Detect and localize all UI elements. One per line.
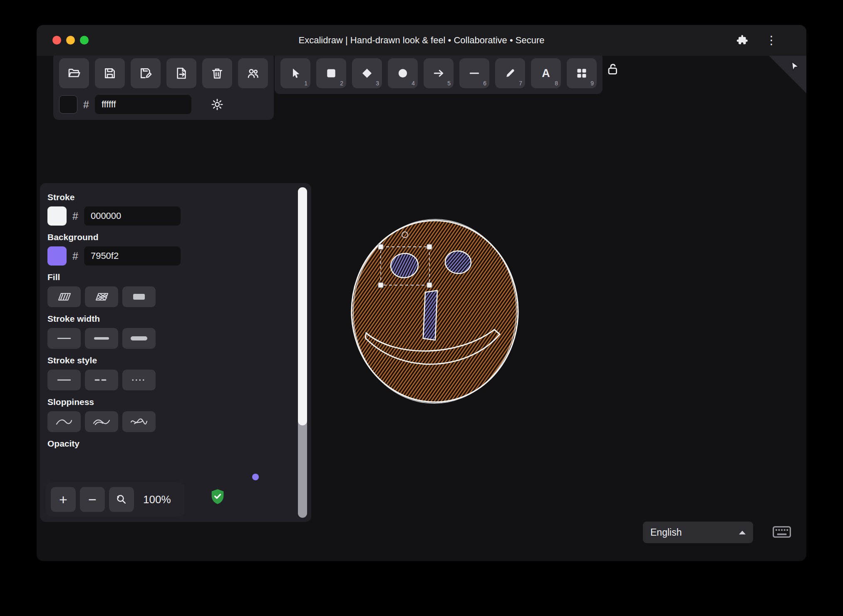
caret-up-icon <box>739 531 746 534</box>
stroke-style-label: Stroke style <box>47 355 304 365</box>
extra-bold-line-icon <box>131 335 147 342</box>
export-icon <box>175 67 188 80</box>
tool-selection[interactable]: 1 <box>280 58 310 88</box>
selection-handle <box>427 244 432 249</box>
sun-icon <box>211 98 224 111</box>
fill-solid-button[interactable] <box>122 286 156 307</box>
dashed-stroke-icon <box>93 377 110 383</box>
open-file-button[interactable] <box>59 58 89 88</box>
stroke-width-extra-bold-button[interactable] <box>122 328 156 349</box>
keyboard-shortcuts-button[interactable] <box>770 524 794 541</box>
clear-canvas-button[interactable] <box>202 58 232 88</box>
stroke-style-dotted-button[interactable] <box>122 370 156 390</box>
app-window: Excalidraw | Hand-drawn look & feel • Co… <box>37 25 806 561</box>
zoom-reset-icon <box>115 493 128 506</box>
canvas-corner-fold <box>769 56 806 93</box>
sloppiness-label: Sloppiness <box>47 397 304 407</box>
tool-ellipse[interactable]: 4 <box>388 58 418 88</box>
tool-arrow[interactable]: 5 <box>424 58 454 88</box>
fullscreen-button[interactable] <box>80 36 89 45</box>
unlock-icon <box>606 62 620 76</box>
canvas-background-swatch[interactable] <box>59 95 77 114</box>
tool-shortcut: 3 <box>376 80 379 87</box>
panel-scrollbar[interactable] <box>298 187 307 518</box>
folder-open-icon <box>67 67 81 80</box>
canvas-background-input[interactable] <box>95 95 191 114</box>
fill-label: Fill <box>47 272 304 282</box>
tool-text[interactable]: A 8 <box>531 58 561 88</box>
scrollbar-thumb[interactable] <box>298 187 307 425</box>
language-select[interactable]: English <box>643 522 753 543</box>
save-file-button[interactable] <box>95 58 125 88</box>
file-toolbar: # <box>53 52 274 120</box>
hachure-icon <box>55 291 74 303</box>
users-icon <box>246 67 260 80</box>
tool-shortcut: 8 <box>555 80 558 87</box>
encryption-shield-button[interactable] <box>206 487 229 507</box>
language-selected-value: English <box>643 527 739 538</box>
zoom-controls: + − 100% <box>46 482 184 517</box>
tool-shortcut: 7 <box>519 80 522 87</box>
fill-cross-hatch-button[interactable] <box>85 286 118 307</box>
artist-squiggle-icon <box>92 416 111 427</box>
stroke-style-solid-button[interactable] <box>47 370 81 390</box>
save-as-button[interactable] <box>131 58 161 88</box>
tool-shortcut: 9 <box>590 80 594 87</box>
zoom-out-button[interactable]: − <box>80 487 105 512</box>
tool-shortcut: 5 <box>447 80 451 87</box>
stroke-style-dashed-button[interactable] <box>85 370 118 390</box>
thin-line-icon <box>56 335 72 341</box>
zoom-reset-button[interactable] <box>109 487 134 512</box>
close-button[interactable] <box>52 36 61 45</box>
tool-library[interactable]: 9 <box>567 58 597 88</box>
sloppiness-architect-button[interactable] <box>47 411 81 432</box>
stroke-width-bold-button[interactable] <box>85 328 118 349</box>
tool-shortcut: 4 <box>412 80 415 87</box>
properties-panel: Stroke # Background # Fill Stroke width <box>40 183 311 522</box>
minimize-button[interactable] <box>66 36 75 45</box>
lock-toggle-button[interactable] <box>603 62 622 78</box>
sloppiness-cartoonist-button[interactable] <box>122 411 156 432</box>
save-as-icon <box>139 67 152 80</box>
tool-diamond[interactable]: 3 <box>352 58 382 88</box>
menu-kebab-icon[interactable]: ⋮ <box>763 35 780 46</box>
shield-check-icon <box>209 487 226 506</box>
solid-fill-icon <box>129 291 149 303</box>
stroke-color-input[interactable] <box>84 206 181 226</box>
stroke-color-swatch[interactable] <box>47 206 67 226</box>
zoom-level: 100% <box>143 493 171 506</box>
tool-shortcut: 1 <box>304 80 307 87</box>
titlebar: Excalidraw | Hand-drawn look & feel • Co… <box>37 25 806 56</box>
bold-line-icon <box>93 335 110 341</box>
opacity-slider-thumb[interactable] <box>252 474 259 480</box>
collaborators-button[interactable] <box>238 58 268 88</box>
background-color-swatch[interactable] <box>47 246 67 266</box>
stroke-width-thin-button[interactable] <box>47 328 81 349</box>
hash-sign: # <box>72 210 78 222</box>
solid-stroke-icon <box>56 377 72 383</box>
sloppiness-artist-button[interactable] <box>85 411 118 432</box>
background-color-input[interactable] <box>84 246 181 266</box>
stroke-label: Stroke <box>47 192 304 202</box>
zoom-in-button[interactable]: + <box>51 487 76 512</box>
selection-handle <box>427 283 432 288</box>
nose-shape <box>423 291 437 340</box>
tool-rectangle[interactable]: 2 <box>316 58 346 88</box>
tool-draw[interactable]: 7 <box>495 58 525 88</box>
smiley-drawing[interactable] <box>350 216 519 406</box>
cross-hatch-icon <box>92 291 111 303</box>
trash-icon <box>211 67 224 80</box>
save-icon <box>103 67 117 80</box>
shape-toolbar: 1 2 3 4 5 6 7 <box>275 52 602 94</box>
extension-puzzle-icon[interactable] <box>736 33 749 47</box>
tool-shortcut: 2 <box>340 80 343 87</box>
traffic-lights <box>52 36 89 45</box>
text-tool-icon: A <box>542 67 550 80</box>
export-button[interactable] <box>166 58 196 88</box>
fill-hachure-button[interactable] <box>47 286 81 307</box>
theme-toggle-button[interactable] <box>208 97 226 112</box>
cartoonist-squiggle-icon <box>129 416 149 427</box>
tool-line[interactable]: 6 <box>459 58 489 88</box>
pointer-cursor-icon <box>790 61 801 73</box>
stroke-width-label: Stroke width <box>47 314 304 324</box>
